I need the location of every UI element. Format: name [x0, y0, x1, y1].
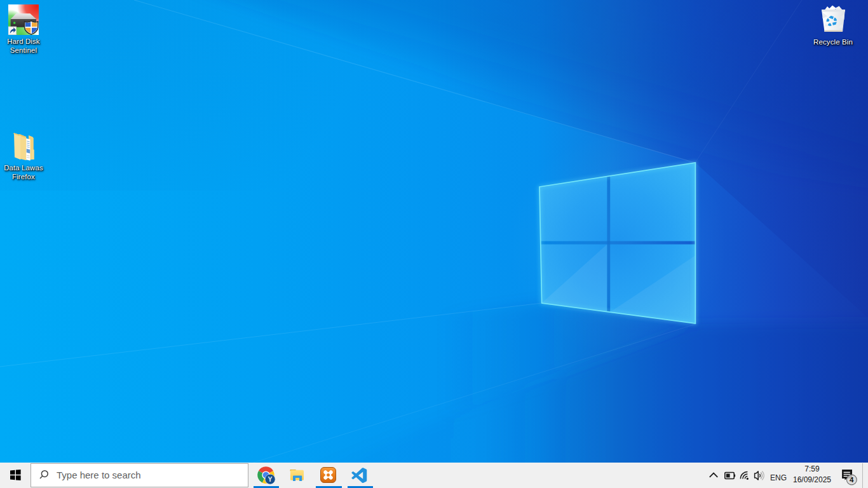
svg-text:4: 4	[850, 476, 854, 484]
svg-text:Y: Y	[268, 475, 273, 483]
